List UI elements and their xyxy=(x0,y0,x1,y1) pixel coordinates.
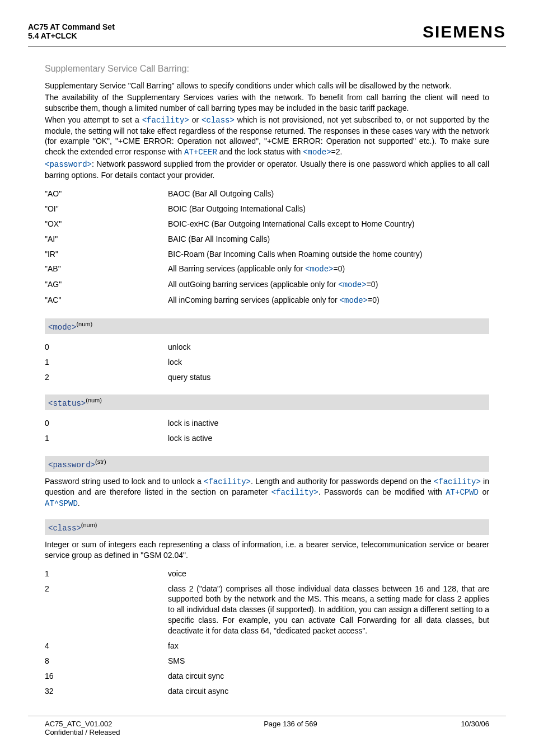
table-row: 0lock is inactive xyxy=(45,416,489,431)
atspwd-link[interactable]: AT^SPWD xyxy=(45,499,78,508)
facility-link[interactable]: <facility> xyxy=(204,477,251,486)
mode-val: unlock xyxy=(168,340,489,355)
table-row: 4fax xyxy=(45,638,489,654)
brand-logo: SIEMENS xyxy=(423,22,506,41)
class-param-header: <class>(num) xyxy=(45,519,489,535)
mode-val: query status xyxy=(168,370,489,385)
fac-val: All Barring services (applicable only fo… xyxy=(168,261,489,277)
class-key: 1 xyxy=(45,566,168,581)
footer-version: AC75_ATC_V01.002 xyxy=(45,720,120,728)
pw-b: . Length and authority for passwords dep… xyxy=(251,477,434,486)
password-param-header: <password>(str) xyxy=(45,456,489,472)
class-key: 2 xyxy=(45,581,168,638)
pw-a: Password string used to lock and to unlo… xyxy=(45,477,204,486)
table-row: "AO"BAOC (Bar All Outgoing Calls) xyxy=(45,186,489,201)
mode-val: lock xyxy=(168,355,489,370)
class-key: 16 xyxy=(45,669,168,684)
p3-text-e: =2. xyxy=(331,147,343,156)
doc-section: 5.4 AT+CLCK xyxy=(28,31,115,40)
fac-key: "OI" xyxy=(45,201,168,217)
mode-param-sup: (num) xyxy=(76,321,92,327)
mode-param-header: <mode>(num) xyxy=(45,318,489,334)
table-row: 1voice xyxy=(45,566,489,581)
password-param-sup: (str) xyxy=(95,458,106,465)
fac-key: "IR" xyxy=(45,247,168,262)
p4-text-a: : Network password supplied from the pro… xyxy=(45,159,489,180)
mode-table: 0unlock 1lock 2query status xyxy=(45,340,489,385)
footer-left: AC75_ATC_V01.002 Confidential / Released xyxy=(45,720,120,736)
paragraph-3: When you attempt to set a <facility> or … xyxy=(45,115,489,158)
footer-date: 10/30/06 xyxy=(461,720,489,736)
facility-link[interactable]: <facility> xyxy=(434,477,481,486)
fac-post: =0) xyxy=(368,295,380,304)
status-val: lock is active xyxy=(168,431,489,446)
table-row: 16data circuit sync xyxy=(45,669,489,684)
class-val: voice xyxy=(168,566,489,581)
password-link[interactable]: <password> xyxy=(45,160,92,169)
fac-post: =0) xyxy=(367,280,378,289)
pw-e: or xyxy=(479,487,489,496)
fac-val: BOIC (Bar Outgoing International Calls) xyxy=(168,201,489,217)
mode-link[interactable]: <mode> xyxy=(340,296,368,305)
paragraph-4: <password>: Network password supplied fr… xyxy=(45,159,489,181)
table-row: 0unlock xyxy=(45,340,489,355)
table-row: "AG"All outGoing barring services (appli… xyxy=(45,277,489,293)
fac-val: BAIC (Bar All Incoming Calls) xyxy=(168,232,489,247)
section-title: Supplementary Service Call Barring: xyxy=(45,64,489,74)
class-key: 8 xyxy=(45,654,168,669)
table-row: 32data circuit async xyxy=(45,684,489,699)
footer-classification: Confidential / Released xyxy=(45,728,120,736)
header-divider xyxy=(28,46,506,47)
class-key: 32 xyxy=(45,684,168,699)
table-row: "AB"All Barring services (applicable onl… xyxy=(45,261,489,277)
class-val: data circuit sync xyxy=(168,669,489,684)
pw-d: . Passwords can be modified with xyxy=(318,487,446,496)
fac-pre: All inComing barring services (applicabl… xyxy=(168,295,340,304)
table-row: "OX"BOIC-exHC (Bar Outgoing Internationa… xyxy=(45,217,489,232)
mode-key: 0 xyxy=(45,340,168,355)
password-desc: Password string used to lock and to unlo… xyxy=(45,476,489,510)
footer-page: Page 136 of 569 xyxy=(264,720,317,736)
table-row: 1lock xyxy=(45,355,489,370)
status-key: 1 xyxy=(45,431,168,446)
pw-f: . xyxy=(78,499,80,508)
mode-key: 2 xyxy=(45,370,168,385)
facility-link[interactable]: <facility> xyxy=(271,488,318,497)
mode-key: 1 xyxy=(45,355,168,370)
class-link[interactable]: <class> xyxy=(202,116,235,125)
class-param-name[interactable]: <class> xyxy=(48,524,81,533)
fac-val: All inComing barring services (applicabl… xyxy=(168,293,489,308)
mode-link[interactable]: <mode> xyxy=(305,265,333,274)
p3-text-b: or xyxy=(189,115,202,124)
table-row: "AI"BAIC (Bar All Incoming Calls) xyxy=(45,232,489,247)
paragraph-2: The availability of the Supplementary Se… xyxy=(45,92,489,114)
mode-param-name[interactable]: <mode> xyxy=(48,323,76,332)
atceer-link[interactable]: AT+CEER xyxy=(184,148,217,157)
class-val: SMS xyxy=(168,654,489,669)
mode-link[interactable]: <mode> xyxy=(338,280,366,289)
fac-val: BOIC-exHC (Bar Outgoing International Ca… xyxy=(168,217,489,232)
password-param-name[interactable]: <password> xyxy=(48,461,95,469)
atcpwd-link[interactable]: AT+CPWD xyxy=(446,488,479,497)
status-val: lock is inactive xyxy=(168,416,489,431)
table-row: "OI"BOIC (Bar Outgoing International Cal… xyxy=(45,201,489,217)
p3-text-a: When you attempt to set a xyxy=(45,115,142,124)
class-param-sup: (num) xyxy=(81,522,97,528)
class-desc: Integer or sum of integers each represen… xyxy=(45,539,489,561)
status-param-name[interactable]: <status> xyxy=(48,399,86,408)
class-key: 4 xyxy=(45,638,168,654)
class-val: class 2 ("data") comprises all those ind… xyxy=(168,581,489,638)
table-row: 8SMS xyxy=(45,654,489,669)
fac-key: "AB" xyxy=(45,261,168,277)
facility-link[interactable]: <facility> xyxy=(142,116,189,125)
status-param-header: <status>(num) xyxy=(45,395,489,410)
fac-post: =0) xyxy=(334,264,345,273)
fac-key: "AI" xyxy=(45,232,168,247)
class-table: 1voice 2class 2 ("data") comprises all t… xyxy=(45,566,489,699)
fac-pre: All Barring services (applicable only fo… xyxy=(168,264,305,273)
p3-text-d: and the lock status with xyxy=(217,147,303,156)
fac-key: "OX" xyxy=(45,217,168,232)
status-table: 0lock is inactive 1lock is active xyxy=(45,416,489,446)
paragraph-1: Supplementary Service "Call Barring" all… xyxy=(45,81,489,91)
mode-link[interactable]: <mode> xyxy=(303,148,331,157)
